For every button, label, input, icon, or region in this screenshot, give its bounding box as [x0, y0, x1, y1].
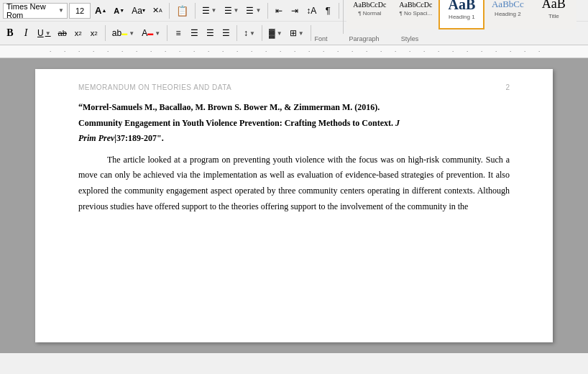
ruler — [0, 45, 588, 58]
font-section-label: Font — [315, 35, 328, 42]
separator5 — [105, 25, 106, 41]
underline-button[interactable]: U▼ — [35, 25, 54, 41]
align-left-button[interactable]: ≡ — [171, 25, 185, 41]
font-size-dropdown[interactable]: 12 — [69, 3, 91, 19]
ruler-marks — [43, 51, 545, 52]
font-name-value: Times New Rom — [6, 2, 57, 19]
text-highlight-button[interactable]: ab▬▼ — [109, 25, 137, 41]
change-case-button[interactable]: Aa▾ — [129, 3, 148, 19]
citation-paragraph2: Community Engagement in Youth Violence P… — [78, 116, 510, 132]
style-title-label: Title — [548, 13, 559, 19]
page-number: 2 — [505, 83, 510, 91]
citation-volume: |37:189-207". — [114, 133, 163, 143]
separator — [169, 3, 170, 19]
subscript-button[interactable]: x2 — [71, 25, 86, 41]
style-normal-preview: AaBbCcDc — [353, 1, 386, 9]
style-heading1-preview: AaB — [448, 0, 475, 12]
strikethrough-button[interactable]: ab — [55, 25, 70, 41]
document-content: “Morrel-Samuels M., Bacallao, M. Brown S… — [78, 100, 510, 214]
separator4 — [339, 3, 339, 19]
citation-paragraph3: Prim Prev|37:189-207". — [78, 131, 510, 147]
clipboard-button[interactable]: 📋 — [173, 3, 191, 19]
citation-journal: Prim Prev — [78, 133, 114, 143]
document-page: MEMORANDUM ON THEORIES AND DATA 2 “Morre… — [35, 69, 553, 342]
borders-button[interactable]: ⊞▼ — [287, 25, 307, 41]
align-center-button[interactable]: ☰ — [187, 25, 201, 41]
line-spacing-button[interactable]: ↕▼ — [241, 25, 258, 41]
separator6 — [167, 25, 167, 41]
separator3 — [267, 3, 268, 19]
style-normal-label: ¶ Normal — [358, 10, 381, 17]
page-header: MEMORANDUM ON THEORIES AND DATA 2 — [78, 83, 510, 91]
superscript-button[interactable]: x2 — [87, 25, 101, 41]
style-no-spacing-preview: AaBbCcDc — [399, 1, 432, 9]
header-title: MEMORANDUM ON THEORIES AND DATA — [78, 83, 231, 91]
font-color-button[interactable]: A▬▼ — [139, 25, 163, 41]
style-heading2-label: Heading 2 — [495, 11, 520, 17]
citation-paragraph: “Morrel-Samuels M., Bacallao, M. Brown S… — [78, 100, 510, 116]
paragraph-section-label: Paragraph — [349, 35, 380, 42]
increase-indent-button[interactable]: ⇥ — [288, 3, 302, 19]
separator2 — [195, 3, 196, 19]
grow-font-button[interactable]: A▲ — [92, 3, 109, 19]
style-heading2-preview: AaBbCc — [492, 0, 524, 9]
citation-line2: Community Engagement in Youth Violence P… — [78, 118, 393, 128]
sort-button[interactable]: ↕A — [303, 3, 319, 19]
shading-button[interactable]: ▓▼ — [266, 25, 285, 41]
separator8 — [262, 25, 262, 41]
bullets-button[interactable]: ☰▼ — [199, 3, 220, 19]
justify-button[interactable]: ☰ — [219, 25, 233, 41]
document-area: MEMORANDUM ON THEORIES AND DATA 2 “Morre… — [0, 58, 588, 353]
decrease-indent-button[interactable]: ⇤ — [272, 3, 286, 19]
citation-line1: “Morrel-Samuels M., Bacallao, M. Brown S… — [78, 102, 380, 112]
citation-italic: J — [395, 118, 400, 128]
italic-button[interactable]: I — [19, 25, 33, 41]
body-paragraph: The article looked at a program on preve… — [78, 152, 510, 214]
font-name-arrow-icon: ▼ — [58, 7, 64, 14]
clear-formatting-button[interactable]: ✕A — [150, 3, 165, 19]
styles-section-label: Styles — [401, 35, 419, 42]
align-right-button[interactable]: ☰ — [203, 25, 217, 41]
section-labels: Font Paragraph Styles — [315, 23, 419, 43]
font-size-value: 12 — [75, 6, 84, 15]
shrink-font-button[interactable]: A▼ — [111, 3, 127, 19]
separator9 — [311, 25, 311, 41]
style-title-preview: AaB — [542, 0, 566, 12]
separator7 — [236, 25, 237, 41]
numbering-button[interactable]: ☰▼ — [221, 3, 242, 19]
style-no-spacing-label: ¶ No Spaci... — [400, 10, 433, 17]
bold-button[interactable]: B — [3, 25, 17, 41]
multilevel-button[interactable]: ☰▼ — [243, 3, 264, 19]
font-name-dropdown[interactable]: Times New Rom ▼ — [3, 3, 68, 19]
show-hide-button[interactable]: ¶ — [321, 3, 335, 19]
style-heading1-label: Heading 1 — [449, 14, 474, 20]
